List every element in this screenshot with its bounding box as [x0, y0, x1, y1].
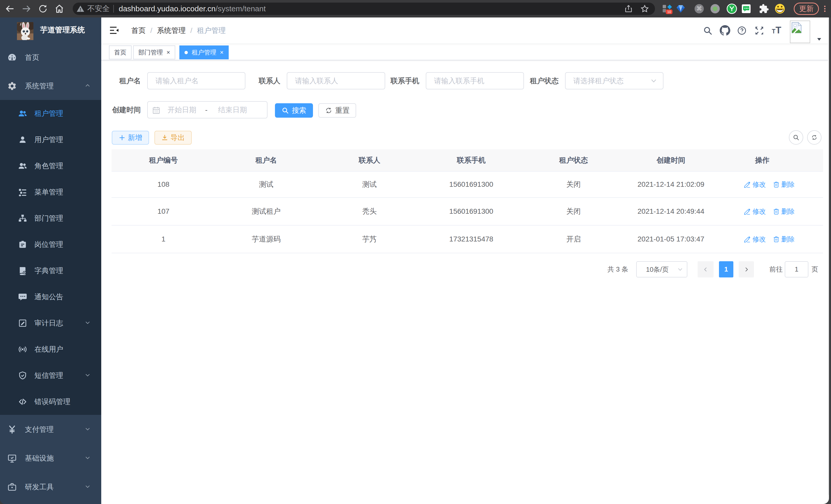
svg-text:T: T [772, 28, 775, 34]
svg-text:10: 10 [667, 10, 671, 14]
svg-text:T: T [775, 25, 781, 35]
svg-text:⌘: ⌘ [696, 5, 702, 12]
